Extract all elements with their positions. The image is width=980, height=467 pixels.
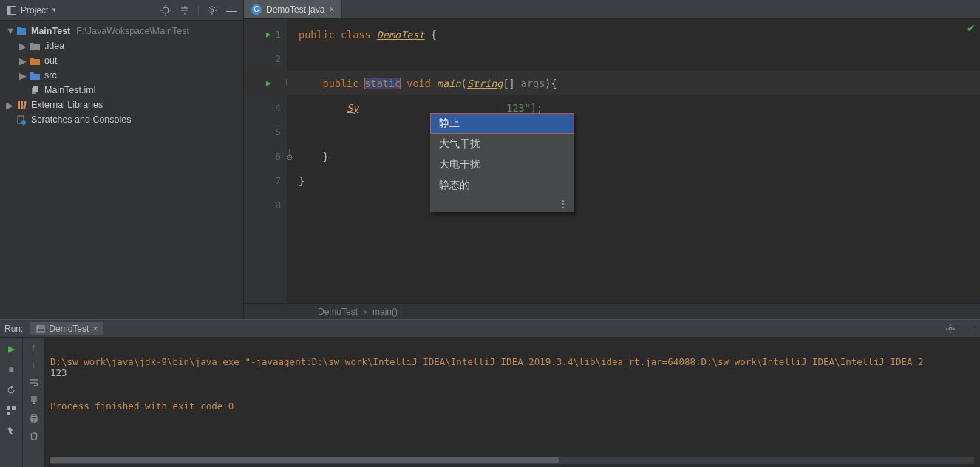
- tree-root[interactable]: ▼ MainTest F:\JavaWokspace\MainTest: [0, 24, 243, 38]
- stop-icon[interactable]: ■: [4, 363, 18, 376]
- svg-rect-36: [12, 406, 16, 410]
- completion-popup: 静止 大气干扰 大电干扰 静态的 ⋮: [430, 113, 574, 212]
- run-tab-demotest[interactable]: DemoTest ×: [30, 322, 103, 335]
- run-config-icon: [36, 324, 45, 333]
- svg-line-12: [209, 7, 211, 9]
- svg-rect-21: [21, 101, 23, 109]
- svg-point-7: [211, 9, 214, 12]
- gear-icon[interactable]: [945, 323, 956, 335]
- up-icon[interactable]: ↑: [32, 342, 36, 352]
- close-icon[interactable]: ×: [92, 324, 98, 334]
- run-line-icon[interactable]: ▶: [266, 30, 271, 39]
- svg-point-24: [21, 120, 26, 125]
- pin-icon[interactable]: [4, 425, 18, 438]
- run-title-label: Run:: [4, 324, 23, 334]
- svg-line-15: [209, 12, 211, 13]
- breadcrumb: DemoTest › main(): [244, 303, 980, 319]
- libraries-icon: [16, 100, 28, 110]
- scroll-to-end-icon[interactable]: [29, 395, 39, 406]
- delete-icon[interactable]: [29, 431, 39, 441]
- project-header: Project ▼ —: [0, 0, 243, 21]
- restart-icon[interactable]: [4, 384, 18, 397]
- run-toolbar-left: ▶ ■: [0, 338, 22, 467]
- close-icon[interactable]: ×: [329, 4, 334, 15]
- svg-line-14: [214, 7, 216, 9]
- tree-item-idea[interactable]: ▶ .idea: [0, 38, 243, 53]
- tree-scratches[interactable]: Scratches and Consoles: [0, 112, 243, 127]
- layout-icon[interactable]: [4, 404, 18, 417]
- svg-rect-28: [37, 326, 44, 332]
- rerun-icon[interactable]: ▶: [4, 342, 18, 355]
- editor-tabs: C DemoTest.java ×: [244, 0, 980, 19]
- chevron-right-icon: ›: [364, 307, 367, 317]
- editor-tab-label: DemoTest.java: [266, 4, 324, 15]
- svg-point-2: [163, 7, 169, 13]
- tree-item-iml[interactable]: MainTest.iml: [0, 83, 243, 98]
- editor-tab-demotest[interactable]: C DemoTest.java ×: [244, 0, 342, 18]
- folder-icon: [30, 71, 41, 80]
- chevron-right-icon: ▶: [19, 55, 27, 67]
- gear-icon[interactable]: [206, 4, 218, 16]
- editor-gutter: ▶1 2 ▶ 4 5 6: [244, 19, 287, 303]
- down-icon[interactable]: ↓: [32, 360, 36, 370]
- console-line: 123: [50, 367, 67, 378]
- tree-external-libs[interactable]: ▶ External Libraries: [0, 98, 243, 112]
- locate-icon[interactable]: [160, 4, 171, 16]
- print-icon[interactable]: [29, 413, 39, 423]
- console-line: D:\sw_work\java\jdk-9\bin\java.exe "-jav…: [50, 356, 924, 367]
- editor-body[interactable]: ✔ ▶1 2 ▶ 4 5: [244, 19, 980, 303]
- folder-icon: [30, 41, 41, 50]
- svg-rect-37: [7, 412, 10, 415]
- folder-icon: [30, 56, 41, 65]
- console-output[interactable]: D:\sw_work\java\jdk-9\bin\java.exe "-jav…: [44, 338, 980, 467]
- svg-rect-35: [7, 406, 10, 410]
- completion-item[interactable]: 静态的: [430, 175, 574, 196]
- collapse-all-icon[interactable]: [179, 4, 191, 16]
- run-tab-label: DemoTest: [49, 324, 89, 334]
- code-content[interactable]: public class DemoTest { public static vo…: [287, 19, 980, 303]
- svg-rect-16: [17, 28, 26, 35]
- soft-wrap-icon[interactable]: [29, 378, 39, 388]
- completion-item[interactable]: 大电干扰: [430, 154, 574, 175]
- console-line: Process finished with exit code 0: [50, 400, 234, 412]
- more-icon[interactable]: ⋮: [558, 198, 568, 210]
- project-sidebar: Project ▼ — ▼: [0, 0, 244, 319]
- tree-item-src[interactable]: ▶ src: [0, 68, 243, 83]
- module-icon: [16, 26, 28, 36]
- completion-item[interactable]: 静止: [430, 113, 574, 134]
- svg-rect-20: [18, 101, 20, 109]
- completion-item[interactable]: 大气干扰: [430, 134, 574, 154]
- chevron-right-icon: ▶: [19, 70, 27, 81]
- breadcrumb-item[interactable]: main(): [372, 307, 398, 317]
- svg-rect-19: [33, 86, 38, 92]
- hide-icon[interactable]: —: [964, 323, 976, 335]
- svg-line-13: [214, 12, 216, 13]
- svg-rect-22: [23, 101, 27, 109]
- breadcrumb-item[interactable]: DemoTest: [318, 307, 358, 317]
- run-panel: Run: DemoTest × — ▶ ■: [0, 319, 980, 467]
- chevron-right-icon: ▶: [19, 41, 27, 52]
- svg-rect-39: [32, 415, 36, 417]
- tree-item-out[interactable]: ▶ out: [0, 53, 243, 68]
- svg-rect-17: [17, 27, 21, 29]
- hide-icon[interactable]: —: [225, 4, 237, 16]
- run-toolbar-secondary: ↑ ↓: [22, 338, 44, 467]
- svg-point-30: [949, 327, 952, 330]
- project-tree: ▼ MainTest F:\JavaWokspace\MainTest ▶ .i…: [0, 21, 243, 127]
- editor-area: C DemoTest.java × ✔ ▶1 2 ▶: [244, 0, 980, 319]
- horizontal-scrollbar[interactable]: [50, 457, 974, 464]
- iml-file-icon: [30, 85, 41, 95]
- scratches-icon: [16, 115, 28, 125]
- project-view-icon[interactable]: [6, 4, 18, 16]
- run-line-icon[interactable]: ▶: [266, 78, 271, 88]
- chevron-right-icon: ▶: [6, 100, 13, 111]
- run-header: Run: DemoTest × —: [0, 320, 980, 338]
- svg-rect-1: [8, 6, 11, 14]
- chevron-down-icon[interactable]: ▼: [51, 7, 57, 13]
- project-title-label: Project: [21, 5, 48, 16]
- java-class-icon: C: [251, 4, 262, 15]
- chevron-down-icon: ▼: [6, 26, 13, 36]
